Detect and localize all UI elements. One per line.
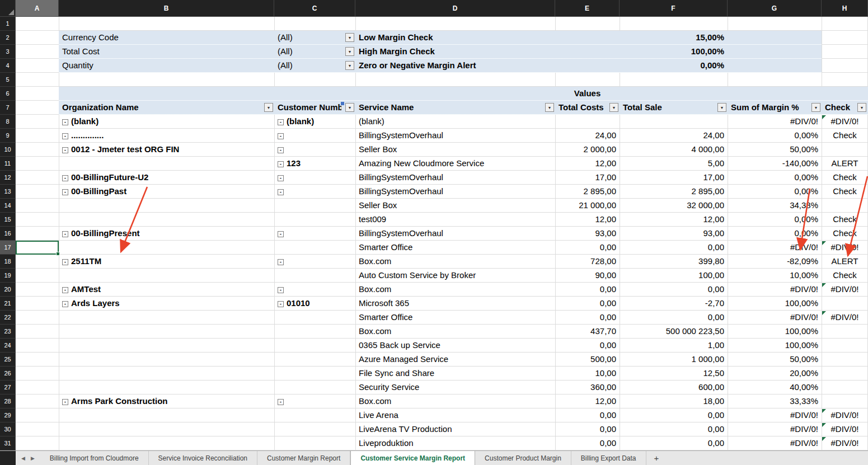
cell-E13[interactable]: 2 895,00 <box>555 185 620 199</box>
cell-D11[interactable]: Amazing New Cloudmore Service <box>355 157 555 171</box>
cell-G18[interactable]: -82,09% <box>728 255 822 269</box>
cell-D18[interactable]: Box.com <box>355 255 555 269</box>
cell-G17[interactable]: #DIV/0! <box>728 241 822 255</box>
cell-H31[interactable]: #DIV/0! <box>822 436 868 450</box>
cell-G21[interactable]: 100,00% <box>728 297 822 311</box>
tab-customer-product-margin[interactable]: Customer Product Margin <box>475 451 571 465</box>
cell-F20[interactable]: 0,00 <box>620 283 728 297</box>
cell-G8[interactable]: #DIV/0! <box>728 115 822 129</box>
cell-G11[interactable]: -140,00% <box>728 157 822 171</box>
collapse-button[interactable]: - <box>62 287 68 293</box>
cell-G28[interactable]: 33,33% <box>728 394 822 408</box>
cell-C11[interactable]: -123 <box>274 157 355 171</box>
collapse-button[interactable]: - <box>278 175 284 181</box>
cell-F27[interactable]: 600,00 <box>620 381 728 394</box>
cell-E26[interactable]: 10,00 <box>555 367 620 381</box>
cell-G25[interactable]: 50,00% <box>728 353 822 367</box>
pivot-header-total-costs[interactable]: Total Costs <box>555 101 609 115</box>
cell-F29[interactable]: 0,00 <box>620 408 728 422</box>
collapse-button[interactable]: - <box>278 399 284 405</box>
cell-B18[interactable]: -2511TM <box>59 255 274 269</box>
cell-G22[interactable]: #DIV/0! <box>728 311 822 325</box>
collapse-button[interactable]: - <box>278 119 284 125</box>
cell-H29[interactable]: #DIV/0! <box>822 408 868 422</box>
collapse-button[interactable]: - <box>62 399 68 405</box>
cell-E31[interactable]: 0,00 <box>555 436 620 450</box>
row-header-21[interactable]: 21 <box>0 297 16 311</box>
cell-F30[interactable]: 0,00 <box>620 422 728 436</box>
cell-D20[interactable]: Box.com <box>355 283 555 297</box>
cell-F14[interactable]: 32 000,00 <box>620 199 728 213</box>
cell-E19[interactable]: 90,00 <box>555 269 620 283</box>
column-header-A[interactable]: A <box>16 0 59 17</box>
cell-D12[interactable]: BillingSystemOverhaul <box>355 171 555 185</box>
cell-B8[interactable]: -(blank) <box>59 115 274 129</box>
cell-E12[interactable]: 17,00 <box>555 171 620 185</box>
select-all-corner[interactable] <box>0 0 16 17</box>
cell-E23[interactable]: 437,70 <box>555 325 620 339</box>
cell-F21[interactable]: -2,70 <box>620 297 728 311</box>
cell-D16[interactable]: BillingSystemOverhaul <box>355 227 555 241</box>
filter-dropdown-button[interactable]: ▼ <box>545 103 554 112</box>
cell-G14[interactable]: 34,38% <box>728 199 822 213</box>
cell-F22[interactable]: 0,00 <box>620 311 728 325</box>
cell-C21[interactable]: -01010 <box>274 297 355 311</box>
collapse-button[interactable]: - <box>62 147 68 153</box>
low-margin-check-value[interactable]: 15,00% <box>620 31 728 45</box>
row-header-3[interactable]: 3 <box>0 45 16 59</box>
cell-D31[interactable]: Liveproduktion <box>355 436 555 450</box>
cell-D8[interactable]: (blank) <box>355 115 555 129</box>
cell-F28[interactable]: 18,00 <box>620 394 728 408</box>
cell-B9[interactable]: -.............. <box>59 129 274 143</box>
collapse-button[interactable]: - <box>62 175 68 181</box>
cell-H12[interactable]: Check <box>822 171 868 185</box>
cell-E28[interactable]: 12,00 <box>555 394 620 408</box>
cell-H11[interactable]: ALERT <box>822 157 868 171</box>
cell-E29[interactable]: 0,00 <box>555 408 620 422</box>
row-header-24[interactable]: 24 <box>0 339 16 353</box>
cell-D13[interactable]: BillingSystemOverhaul <box>355 185 555 199</box>
cell-G20[interactable]: #DIV/0! <box>728 283 822 297</box>
row-header-19[interactable]: 19 <box>0 269 16 283</box>
cell-G10[interactable]: 50,00% <box>728 143 822 157</box>
cell-E17[interactable]: 0,00 <box>555 241 620 255</box>
cell-H22[interactable]: #DIV/0! <box>822 311 868 325</box>
cell-G26[interactable]: 20,00% <box>728 367 822 381</box>
cell-E14[interactable]: 21 000,00 <box>555 199 620 213</box>
sheet-grid[interactable]: Currency Code (All) ▼ Total Cost (All) ▼… <box>16 17 868 450</box>
cell-E15[interactable]: 12,00 <box>555 213 620 227</box>
filter-dropdown-button[interactable]: ▼ <box>345 61 354 70</box>
collapse-button[interactable]: - <box>62 189 68 195</box>
row-header-8[interactable]: 8 <box>0 115 16 129</box>
cell-D9[interactable]: BillingSystemOverhaul <box>355 129 555 143</box>
row-header-27[interactable]: 27 <box>0 381 16 394</box>
cell-F31[interactable]: 0,00 <box>620 436 728 450</box>
filter-dropdown-button[interactable]: ▼ <box>609 103 618 112</box>
cell-B28[interactable]: -Arms Park Construction <box>59 394 274 408</box>
row-header-6[interactable]: 6 <box>0 87 16 101</box>
filter-dropdown-button[interactable]: ▼ <box>717 103 726 112</box>
row-header-15[interactable]: 15 <box>0 213 16 227</box>
row-header-16[interactable]: 16 <box>0 227 16 241</box>
cell-E16[interactable]: 93,00 <box>555 227 620 241</box>
cell-F13[interactable]: 2 895,00 <box>620 185 728 199</box>
row-header-29[interactable]: 29 <box>0 408 16 422</box>
collapse-button[interactable]: - <box>62 259 68 265</box>
filter-dropdown-button[interactable]: ▼ <box>811 103 820 112</box>
cell-B20[interactable]: -AMTest <box>59 283 274 297</box>
cell-B12[interactable]: -00-BillingFuture-U2 <box>59 171 274 185</box>
cell-E30[interactable]: 0,00 <box>555 422 620 436</box>
collapse-button[interactable]: - <box>278 301 284 307</box>
cell-D23[interactable]: Box.com <box>355 325 555 339</box>
cell-H30[interactable]: #DIV/0! <box>822 422 868 436</box>
row-header-12[interactable]: 12 <box>0 171 16 185</box>
cell-E21[interactable]: 0,00 <box>555 297 620 311</box>
cell-F19[interactable]: 100,00 <box>620 269 728 283</box>
cell-F24[interactable]: 1,00 <box>620 339 728 353</box>
collapse-button[interactable]: - <box>278 147 284 153</box>
filter-dropdown-button[interactable]: ▼ <box>345 33 354 42</box>
pivot-header-customer-number[interactable]: Customer Number <box>274 101 341 115</box>
cell-G29[interactable]: #DIV/0! <box>728 408 822 422</box>
cell-D28[interactable]: Box.com <box>355 394 555 408</box>
filter-value-quantity[interactable]: (All) <box>274 59 345 73</box>
